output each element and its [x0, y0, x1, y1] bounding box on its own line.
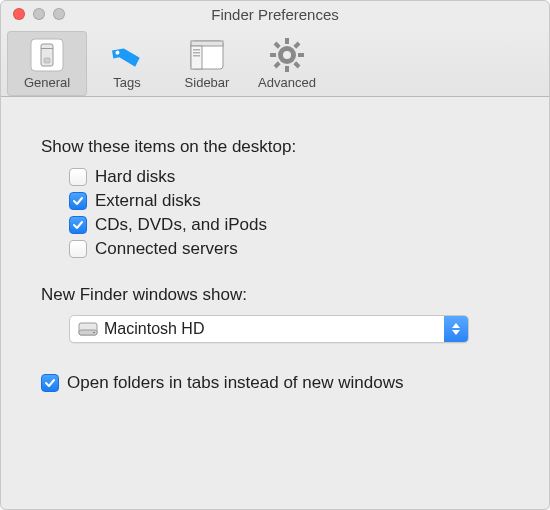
tab-tags[interactable]: Tags — [87, 31, 167, 96]
svg-rect-10 — [193, 55, 200, 57]
new-finder-windows-heading: New Finder windows show: — [41, 285, 519, 305]
chevron-up-down-icon — [444, 316, 468, 342]
checkbox-row-cds-dvds-ipods[interactable]: CDs, DVDs, and iPods — [69, 215, 519, 235]
checkbox-row-connected-servers[interactable]: Connected servers — [69, 239, 519, 259]
checkbox-row-open-in-tabs[interactable]: Open folders in tabs instead of new wind… — [41, 373, 519, 393]
tags-icon — [87, 35, 167, 75]
tab-general-label: General — [7, 75, 87, 90]
checkbox-label: Open folders in tabs instead of new wind… — [67, 373, 403, 393]
desktop-items-heading: Show these items on the desktop: — [41, 137, 519, 157]
desktop-items-list: Hard disks External disks CDs, DVDs, and… — [41, 167, 519, 259]
svg-rect-9 — [193, 52, 200, 54]
svg-point-23 — [93, 332, 95, 334]
tab-general[interactable]: General — [7, 31, 87, 96]
sidebar-icon — [167, 35, 247, 75]
svg-rect-14 — [270, 53, 276, 57]
checkbox-open-in-tabs[interactable] — [41, 374, 59, 392]
checkbox-external-disks[interactable] — [69, 192, 87, 210]
svg-rect-19 — [293, 61, 300, 68]
content-pane: Show these items on the desktop: Hard di… — [1, 97, 549, 413]
checkbox-row-external-disks[interactable]: External disks — [69, 191, 519, 211]
window-title: Finder Preferences — [1, 6, 549, 23]
hard-drive-icon — [70, 320, 104, 338]
checkbox-label: External disks — [95, 191, 201, 211]
close-window-button[interactable] — [13, 8, 25, 20]
checkbox-row-hard-disks[interactable]: Hard disks — [69, 167, 519, 187]
titlebar: Finder Preferences — [1, 1, 549, 27]
traffic-lights — [1, 8, 65, 20]
svg-rect-3 — [44, 58, 50, 63]
svg-rect-17 — [274, 61, 281, 68]
checkbox-label: Connected servers — [95, 239, 238, 259]
checkbox-label: Hard disks — [95, 167, 175, 187]
select-value: Macintosh HD — [104, 320, 204, 338]
general-icon — [7, 35, 87, 75]
checkbox-cds-dvds-ipods[interactable] — [69, 216, 87, 234]
svg-rect-16 — [293, 42, 300, 49]
tab-tags-label: Tags — [87, 75, 167, 90]
new-finder-window-select[interactable]: Macintosh HD — [69, 315, 469, 343]
tab-advanced-label: Advanced — [247, 75, 327, 90]
svg-rect-15 — [298, 53, 304, 57]
preferences-window: Finder Preferences General Tags — [0, 0, 550, 510]
checkbox-hard-disks[interactable] — [69, 168, 87, 186]
tab-advanced[interactable]: Advanced — [247, 31, 327, 96]
tab-sidebar[interactable]: Sidebar — [167, 31, 247, 96]
checkbox-label: CDs, DVDs, and iPods — [95, 215, 267, 235]
gear-icon — [247, 35, 327, 75]
checkbox-connected-servers[interactable] — [69, 240, 87, 258]
minimize-window-button[interactable] — [33, 8, 45, 20]
svg-rect-18 — [274, 42, 281, 49]
svg-rect-12 — [285, 38, 289, 44]
tab-sidebar-label: Sidebar — [167, 75, 247, 90]
preferences-toolbar: General Tags Sid — [1, 27, 549, 97]
svg-rect-13 — [285, 66, 289, 72]
svg-rect-6 — [191, 41, 223, 46]
svg-rect-8 — [193, 49, 200, 51]
zoom-window-button[interactable] — [53, 8, 65, 20]
svg-rect-2 — [41, 48, 53, 49]
svg-point-20 — [283, 51, 291, 59]
